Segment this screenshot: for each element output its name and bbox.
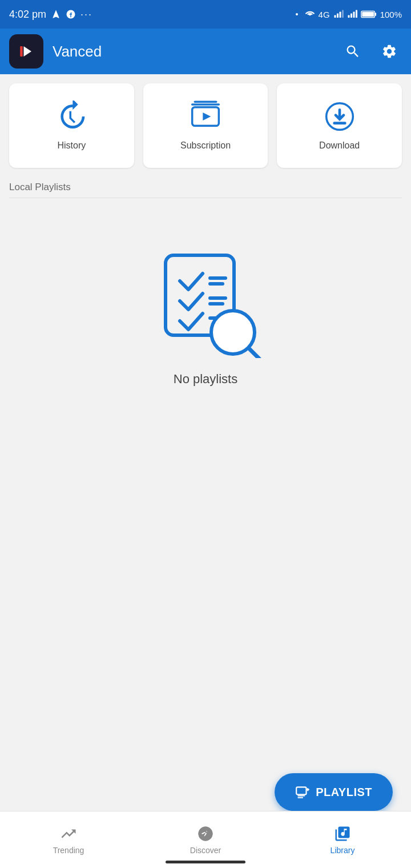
discover-label: Discover [190,846,221,855]
discover-icon [197,825,214,842]
status-bar: 4:02 pm ··· 4G 100% [0,0,411,29]
nav-item-trending[interactable]: Trending [0,818,137,862]
history-card[interactable]: History [9,83,134,168]
alert-icon [292,10,301,19]
history-icon [55,101,87,132]
svg-rect-9 [353,12,354,18]
svg-rect-4 [337,14,339,18]
status-bar-left: 4:02 pm ··· [9,9,92,21]
svg-rect-10 [356,10,357,18]
bottom-nav: Trending Discover Library [0,811,411,868]
library-label: Library [331,846,355,855]
svg-line-31 [249,348,260,358]
wifi-icon [305,9,315,19]
svg-rect-13 [362,12,374,17]
status-time: 4:02 pm [9,9,46,21]
svg-marker-18 [203,112,211,120]
app-logo-icon [16,41,37,62]
library-icon [334,825,351,842]
download-label: Download [319,140,360,151]
signal2-icon [347,9,357,19]
add-playlist-icon [295,785,310,799]
battery-percent: 100% [380,10,402,19]
settings-button[interactable] [377,39,402,64]
subscription-label: Subscription [180,140,231,151]
no-playlists-text: No playlists [174,372,237,387]
svg-rect-3 [334,15,336,18]
navigation-icon [51,9,61,19]
app-title: Vanced [53,43,331,61]
local-playlists-title: Local Playlists [9,182,71,193]
no-playlists-icon [148,244,263,360]
quick-access-row: History Subscription Download [0,74,411,172]
empty-state: No playlists [0,198,411,432]
trending-label: Trending [53,846,84,855]
nav-item-library[interactable]: Library [274,818,411,862]
facebook-icon [66,9,76,19]
add-playlist-fab[interactable]: PLAYLIST [275,773,393,811]
battery-icon [361,10,377,19]
local-playlists-header: Local Playlists [0,172,411,198]
more-dots: ··· [80,9,92,21]
search-button[interactable] [340,39,365,64]
svg-rect-32 [296,787,306,794]
status-bar-right: 4G 100% [292,9,402,19]
network-type: 4G [319,10,330,19]
subscription-icon [190,101,221,132]
app-logo [9,34,43,69]
subscription-card[interactable]: Subscription [143,83,268,168]
home-indicator [166,861,245,863]
svg-rect-5 [339,12,341,18]
history-label: History [57,140,86,151]
app-bar: Vanced [0,29,411,74]
trending-icon [60,825,77,842]
svg-rect-8 [350,14,352,18]
download-card[interactable]: Download [277,83,402,168]
svg-rect-12 [374,13,376,16]
svg-rect-6 [342,10,344,18]
svg-rect-7 [348,15,349,18]
signal-icon [333,9,344,19]
svg-rect-16 [20,46,23,57]
nav-item-discover[interactable]: Discover [137,818,274,862]
download-icon [324,101,356,132]
fab-label: PLAYLIST [316,786,372,799]
app-bar-actions [340,39,402,64]
svg-point-1 [296,13,298,15]
